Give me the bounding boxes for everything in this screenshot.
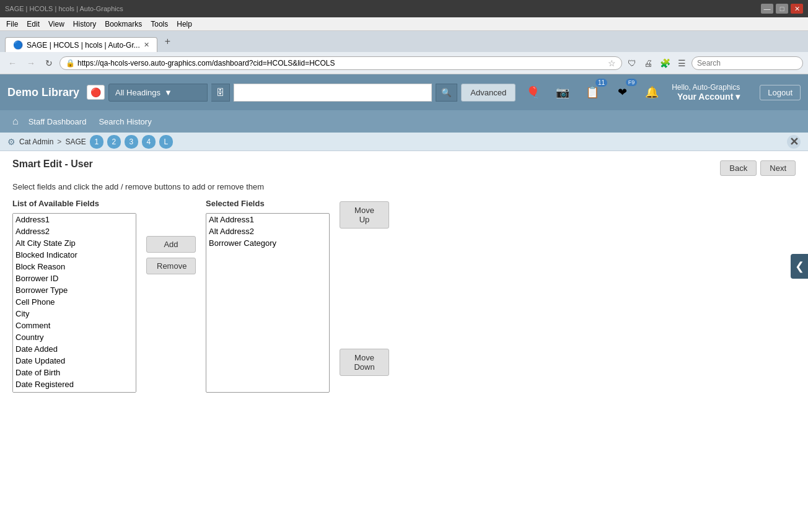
search-history-link[interactable]: Search History — [94, 115, 156, 129]
browser-title-text: SAGE | HCOLS | hcols | Auto-Graphics — [5, 5, 123, 12]
browser-address-bar: ← → ↻ 🔒 ☆ 🛡 🖨 🧩 ☰ — [0, 52, 808, 74]
back-next-buttons: Back Next — [720, 160, 796, 176]
fields-container: List of Available Fields Address1Address… — [12, 199, 796, 393]
back-nav-button[interactable]: ← — [5, 56, 20, 70]
instruction-text: Select fields and click the add / remove… — [12, 182, 796, 191]
logout-button[interactable]: Logout — [760, 85, 801, 100]
db-icon-button[interactable]: 🗄 — [211, 84, 230, 102]
list-badge: 11 — [595, 79, 607, 87]
home-icon-button[interactable]: ⌂ — [10, 113, 21, 129]
browser-search-input[interactable] — [692, 56, 803, 70]
maximize-btn[interactable]: □ — [776, 4, 788, 14]
available-fields-label: List of Available Fields — [12, 199, 136, 208]
print-icon[interactable]: 🖨 — [642, 56, 654, 70]
next-button[interactable]: Next — [760, 160, 796, 176]
database-icon: 🗄 — [216, 88, 224, 97]
browser-title-bar: SAGE | HCOLS | hcols | Auto-Graphics — □… — [0, 0, 808, 17]
main-search-input[interactable] — [234, 84, 432, 102]
step-2-button[interactable]: 2 — [107, 135, 121, 149]
tab-title: SAGE | HCOLS | hcols | Auto-Gr... — [27, 41, 140, 50]
menu-bookmarks[interactable]: Bookmarks — [101, 19, 146, 30]
available-fields-section: List of Available Fields Address1Address… — [12, 199, 136, 393]
search-magnifier-icon: 🔍 — [441, 88, 452, 97]
app-logo: Demo Library — [7, 86, 79, 99]
move-buttons: Move Up Move Down — [340, 199, 389, 378]
heart-icon: ❤ — [618, 85, 627, 99]
browser-menu-bar: File Edit View History Bookmarks Tools H… — [0, 17, 808, 31]
menu-edit[interactable]: Edit — [23, 19, 43, 30]
add-button[interactable]: Add — [146, 236, 196, 253]
user-info-section: Hello, Auto-Graphics Your Account ▾ — [672, 83, 740, 102]
browser-tab-bar: 🔵 SAGE | HCOLS | hcols | Auto-Gr... ✕ + — [0, 31, 808, 52]
move-up-button[interactable]: Move Up — [340, 201, 389, 229]
f9-badge: F9 — [626, 79, 638, 86]
search-button[interactable]: 🔍 — [436, 84, 457, 102]
account-chevron-icon: ▾ — [736, 92, 740, 102]
address-input[interactable] — [59, 56, 622, 70]
lock-icon: 🔒 — [66, 59, 75, 68]
window-controls: — □ ✕ — [761, 4, 803, 14]
step-l-button[interactable]: L — [159, 135, 173, 149]
navigation-bar: ⌂ Staff Dashboard Search History — [0, 110, 808, 133]
tab-close-icon[interactable]: ✕ — [144, 41, 149, 49]
page-title: Smart Edit - User — [12, 159, 93, 170]
selected-fields-section: Selected Fields Alt Address1Alt Address2… — [206, 199, 330, 393]
hello-text: Hello, Auto-Graphics — [672, 83, 740, 92]
balloon-icon: 🎈 — [526, 85, 540, 99]
close-btn[interactable]: ✕ — [791, 4, 803, 14]
heading-dropdown-label: All Headings — [115, 88, 160, 97]
active-tab[interactable]: 🔵 SAGE | HCOLS | hcols | Auto-Gr... ✕ — [5, 37, 157, 52]
heading-dropdown-chevron: ▼ — [164, 88, 172, 97]
tab-favicon: 🔵 — [13, 40, 23, 50]
title-row: Smart Edit - User Back Next — [12, 159, 796, 177]
bell-icon-btn[interactable]: 🔔 — [642, 82, 662, 102]
list-icon: 📋 — [586, 85, 599, 99]
move-down-button[interactable]: Move Down — [340, 349, 389, 376]
staff-dashboard-link[interactable]: Staff Dashboard — [24, 115, 92, 129]
selected-fields-listbox[interactable]: Alt Address1Alt Address2Borrower Categor… — [206, 213, 330, 393]
heading-dropdown[interactable]: All Headings ▼ — [108, 84, 208, 102]
breadcrumb-arrow: > — [57, 137, 61, 146]
your-account-link[interactable]: Your Account ▾ — [672, 92, 740, 102]
selected-fields-label: Selected Fields — [206, 199, 330, 208]
ag-logo-icon: 🔴 — [90, 87, 101, 97]
app-header: Demo Library 🔴 All Headings ▼ 🗄 🔍 Advanc… — [0, 74, 808, 110]
menu-file[interactable]: File — [2, 19, 22, 30]
list-icon-btn[interactable]: 📋 11 — [582, 82, 602, 102]
search-logo-button[interactable]: 🔴 — [87, 85, 105, 100]
menu-view[interactable]: View — [45, 19, 68, 30]
menu-history[interactable]: History — [69, 19, 100, 30]
menu-dots-icon[interactable]: ☰ — [676, 56, 688, 70]
balloon-icon-btn[interactable]: 🎈 — [523, 82, 543, 102]
header-right-section: 🎈 📷 📋 11 ❤ F9 🔔 Hello, Auto-Graphics You… — [523, 82, 801, 102]
search-container: 🔴 All Headings ▼ 🗄 🔍 Advanced — [87, 84, 516, 102]
bookmark-star-icon[interactable]: ☆ — [608, 58, 616, 68]
step-4-button[interactable]: 4 — [142, 135, 156, 149]
forward-nav-button[interactable]: → — [24, 56, 38, 70]
new-tab-button[interactable]: + — [160, 33, 175, 50]
add-remove-buttons: Add Remove — [146, 199, 196, 274]
bell-icon: 🔔 — [645, 85, 659, 99]
camera-icon-btn[interactable]: 📷 — [553, 82, 573, 102]
close-breadcrumb-button[interactable]: ✕ — [787, 135, 801, 149]
cat-admin-text: Cat Admin — [19, 137, 53, 146]
minimize-btn[interactable]: — — [761, 4, 773, 14]
reload-button[interactable]: ↻ — [42, 56, 56, 70]
sage-text: SAGE — [65, 137, 86, 146]
shield-icon[interactable]: 🛡 — [626, 56, 638, 70]
heart-icon-btn[interactable]: ❤ F9 — [612, 82, 632, 102]
side-arrow-icon: ❮ — [795, 259, 804, 273]
back-button[interactable]: Back — [720, 160, 757, 176]
settings-icon: ⚙ — [7, 137, 15, 147]
advanced-search-button[interactable]: Advanced — [461, 84, 516, 102]
available-fields-listbox[interactable]: Address1Address2Alt City State ZipBlocke… — [12, 213, 136, 393]
breadcrumb-bar: ⚙ Cat Admin > SAGE 1 2 3 4 L ✕ — [0, 133, 808, 151]
step-1-button[interactable]: 1 — [90, 135, 103, 149]
address-bar-container: 🔒 ☆ — [59, 56, 622, 70]
step-3-button[interactable]: 3 — [125, 135, 138, 149]
side-panel-toggle[interactable]: ❮ — [791, 254, 808, 279]
remove-button[interactable]: Remove — [146, 258, 196, 274]
menu-tools[interactable]: Tools — [147, 19, 172, 30]
menu-help[interactable]: Help — [173, 19, 196, 30]
extension-icon[interactable]: 🧩 — [658, 56, 672, 70]
